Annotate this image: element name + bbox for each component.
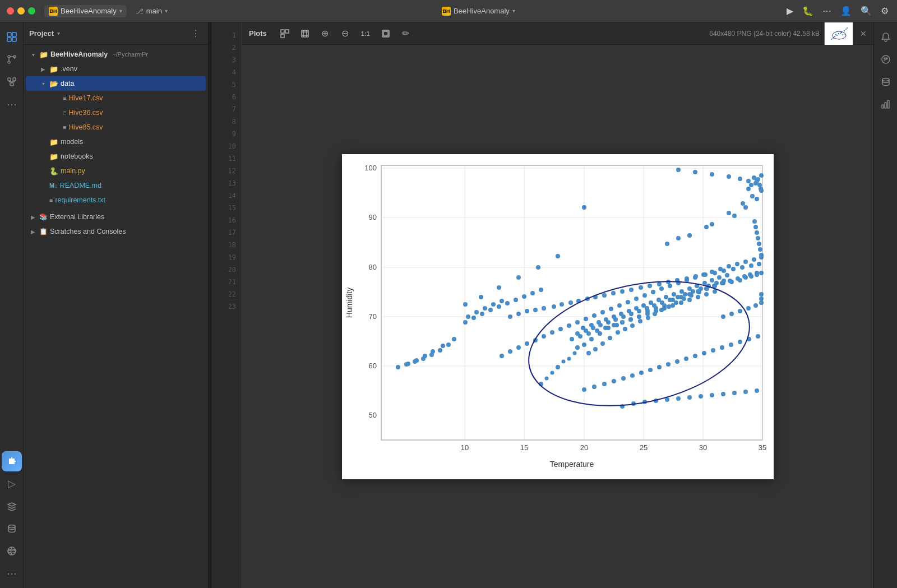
sidebar-item-notebooks[interactable]: 📁 notebooks — [26, 149, 206, 164]
sidebar-item-hive85[interactable]: ≡ Hive85.csv — [26, 120, 206, 135]
analytics-icon[interactable] — [876, 94, 896, 114]
svg-point-227 — [497, 285, 501, 290]
readme-file-icon: M↓ — [49, 182, 58, 189]
plots-thumbnail[interactable] — [824, 22, 853, 45]
svg-point-255 — [613, 317, 618, 322]
select-tool-icon[interactable] — [277, 26, 293, 41]
branch-selector[interactable]: ⎇ main ▾ — [131, 5, 172, 17]
svg-point-272 — [586, 331, 591, 336]
sidebar-options-icon[interactable]: ⋮ — [189, 26, 202, 41]
network-icon[interactable] — [2, 541, 22, 561]
notebooks-label: notebooks — [61, 152, 93, 160]
sidebar-item-ext-libs[interactable]: ▶ 📚 External Libraries — [26, 210, 206, 224]
svg-point-352 — [882, 78, 889, 81]
layers-icon[interactable] — [2, 496, 22, 516]
svg-point-315 — [699, 394, 703, 399]
run-console-icon[interactable]: ▷ — [2, 474, 22, 494]
sidebar-item-data[interactable]: ▾ 📂 data — [26, 76, 206, 91]
svg-point-175 — [718, 267, 723, 271]
sidebar-item-venv[interactable]: ▶ 📁 .venv — [26, 62, 206, 76]
sidebar-item-mainpy[interactable]: 🐍 main.py — [26, 164, 206, 178]
pen-tool-icon[interactable]: ✏ — [398, 26, 414, 41]
sidebar-item-hive17[interactable]: ≡ Hive17.csv — [26, 91, 206, 105]
minimize-button[interactable] — [17, 7, 25, 15]
close-button[interactable] — [7, 7, 14, 15]
hive85-spacer — [53, 123, 61, 131]
svg-point-164 — [626, 300, 630, 304]
svg-point-213 — [738, 177, 742, 181]
bottom-more-icon[interactable]: ⋯ — [2, 563, 22, 584]
user-button[interactable]: 👤 — [839, 4, 853, 18]
svg-point-78 — [545, 376, 549, 380]
svg-point-262 — [668, 298, 672, 302]
svg-point-290 — [602, 382, 607, 386]
more-button[interactable]: ⋯ — [821, 4, 833, 18]
zoom-in-icon[interactable]: ⊕ — [317, 26, 333, 41]
notebooks-folder-icon: 📁 — [49, 152, 58, 161]
git-icon[interactable] — [2, 49, 22, 70]
svg-text:25: 25 — [640, 443, 648, 452]
svg-point-11 — [8, 547, 16, 555]
svg-point-209 — [676, 168, 681, 172]
svg-rect-1 — [12, 33, 16, 36]
maximize-button[interactable] — [28, 7, 35, 15]
svg-point-330 — [759, 173, 764, 178]
svg-point-222 — [752, 219, 757, 224]
fit-icon[interactable] — [378, 26, 394, 41]
debug-button[interactable]: 🐛 — [801, 4, 815, 18]
structure-icon[interactable] — [2, 72, 22, 92]
plots-content: 60 70 80 90 100 50 10 15 20 25 30 35 — [242, 45, 873, 588]
ai-icon[interactable] — [876, 49, 896, 70]
svg-point-291 — [612, 379, 616, 383]
svg-point-332 — [749, 183, 753, 187]
traffic-lights — [7, 7, 35, 15]
ext-libs-expand-icon: ▶ — [29, 213, 37, 221]
svg-point-183 — [732, 214, 737, 218]
svg-point-301 — [702, 351, 706, 355]
sidebar-item-scratches[interactable]: ▶ 📋 Scratches and Consoles — [26, 224, 206, 239]
svg-point-161 — [600, 310, 605, 314]
sidebar-item-requirements[interactable]: ≡ requirements.txt — [26, 193, 206, 207]
svg-point-340 — [471, 316, 476, 320]
plugin-icon[interactable] — [2, 451, 22, 471]
project-icon[interactable] — [2, 27, 22, 47]
svg-point-99 — [608, 336, 612, 340]
line-5: 5 — [211, 78, 242, 91]
line-9: 9 — [211, 128, 242, 140]
svg-point-280 — [654, 309, 658, 313]
run-button[interactable]: ▶ — [785, 4, 795, 18]
svg-point-278 — [637, 314, 641, 319]
search-button[interactable]: 🔍 — [859, 4, 873, 18]
center-app[interactable]: BH BeeHiveAnomaly ▾ — [442, 7, 515, 16]
sidebar-item-readme[interactable]: M↓ README.md — [26, 178, 206, 193]
zoom-actual-icon[interactable]: 1:1 — [358, 26, 373, 41]
center-area: Plots ⊕ — [242, 22, 873, 588]
svg-point-160 — [592, 313, 597, 318]
crop-tool-icon[interactable] — [297, 26, 313, 41]
sidebar: Project ▾ ⋮ ▾ 📁 BeeHiveAnomaly ~/Pycharm… — [24, 22, 209, 588]
svg-point-337 — [491, 302, 496, 307]
sidebar-item-models[interactable]: 📁 models — [26, 135, 206, 149]
svg-text:60: 60 — [369, 362, 377, 370]
sidebar-item-hive36[interactable]: ≡ Hive36.csv — [26, 105, 206, 120]
notifications-icon[interactable] — [876, 27, 896, 47]
database-right-icon[interactable] — [876, 72, 896, 92]
svg-point-74 — [556, 365, 560, 369]
svg-point-305 — [738, 340, 742, 344]
settings-button[interactable]: ⚙ — [879, 4, 890, 18]
readme-label: README.md — [60, 182, 101, 189]
app-switcher[interactable]: BH BeeHiveAnomaly ▾ — [44, 5, 127, 17]
svg-point-146 — [740, 265, 745, 270]
plots-close-icon[interactable]: ✕ — [860, 29, 867, 38]
svg-point-117 — [742, 274, 747, 279]
sidebar-title-chevron-icon: ▾ — [57, 30, 60, 36]
database-icon[interactable] — [2, 518, 22, 539]
svg-point-204 — [441, 344, 445, 348]
line-22: 22 — [211, 288, 242, 300]
line-7: 7 — [211, 103, 242, 115]
tree-root[interactable]: ▾ 📁 BeeHiveAnomaly ~/PycharmPr — [26, 47, 206, 62]
svg-rect-354 — [885, 103, 886, 108]
zoom-out-icon[interactable]: ⊖ — [337, 26, 353, 41]
more-tools-icon[interactable]: ⋯ — [2, 94, 22, 114]
line-3: 3 — [211, 54, 242, 66]
